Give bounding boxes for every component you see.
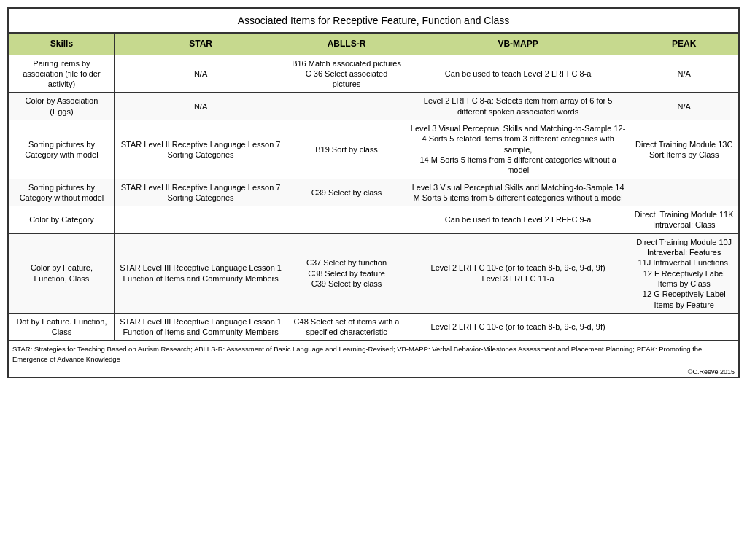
cell-skill: Color by Association (Eggs): [9, 93, 115, 120]
table-row: Color by Association (Eggs)N/ALevel 2 LR…: [9, 93, 738, 120]
cell-ablls: B19 Sort by class: [287, 120, 406, 179]
cell-star: STAR Level II Receptive Language Lesson …: [114, 120, 287, 179]
cell-vbmapp: Level 2 LRFFC 8-a: Selects item from arr…: [406, 93, 630, 120]
table-row: Color by Feature, Function, ClassSTAR Le…: [9, 233, 738, 313]
cell-vbmapp: Level 2 LRFFC 10-e (or to teach 8-b, 9-c…: [406, 313, 630, 341]
footnote: STAR: Strategies for Teaching Based on A…: [9, 341, 738, 367]
cell-skill: Dot by Feature. Function, Class: [9, 313, 115, 341]
col-header-ablls: ABLLS-R: [287, 34, 406, 55]
col-header-star: STAR: [114, 34, 287, 55]
cell-peak: Direct Training Module 10J Intraverbal: …: [630, 233, 738, 313]
table-row: Dot by Feature. Function, ClassSTAR Leve…: [9, 313, 738, 341]
cell-ablls: C39 Select by class: [287, 179, 406, 206]
cell-ablls: C37 Select by function C38 Select by fea…: [287, 233, 406, 313]
cell-peak: [630, 179, 738, 206]
cell-star: N/A: [114, 93, 287, 120]
cell-skill: Pairing items by association (file folde…: [9, 55, 115, 93]
cell-star: N/A: [114, 55, 287, 93]
cell-skill: Sorting pictures by Category with model: [9, 120, 115, 179]
cell-vbmapp: Level 3 Visual Perceptual Skills and Mat…: [406, 179, 630, 206]
cell-star: STAR Level III Receptive Language Lesson…: [114, 313, 287, 341]
cell-ablls: C48 Select set of items with a specified…: [287, 313, 406, 341]
page-title: Associated Items for Receptive Feature, …: [9, 9, 738, 34]
cell-ablls: [287, 206, 406, 234]
table-row: Color by CategoryCan be used to teach Le…: [9, 206, 738, 234]
header-row: Skills STAR ABLLS-R VB-MAPP PEAK: [9, 34, 738, 55]
cell-peak: Direct Training Module 13C Sort Items by…: [630, 120, 738, 179]
cell-peak: N/A: [630, 55, 738, 93]
cell-peak: Direct Training Module 11K Intraverbal: …: [630, 206, 738, 234]
cell-vbmapp: Can be used to teach Level 2 LRFFC 9-a: [406, 206, 630, 234]
cell-star: STAR Level II Receptive Language Lesson …: [114, 179, 287, 206]
col-header-vbmapp: VB-MAPP: [406, 34, 630, 55]
copyright: ©C.Reeve 2015: [9, 367, 738, 377]
table-row: Pairing items by association (file folde…: [9, 55, 738, 93]
cell-skill: Color by Feature, Function, Class: [9, 233, 115, 313]
main-table: Skills STAR ABLLS-R VB-MAPP PEAK Pairing…: [9, 34, 738, 341]
cell-vbmapp: Can be used to teach Level 2 LRFFC 8-a: [406, 55, 630, 93]
main-container: Associated Items for Receptive Feature, …: [7, 7, 740, 378]
cell-peak: N/A: [630, 93, 738, 120]
cell-skill: Sorting pictures by Category without mod…: [9, 179, 115, 206]
cell-peak: [630, 313, 738, 341]
cell-vbmapp: Level 2 LRFFC 10-e (or to teach 8-b, 9-c…: [406, 233, 630, 313]
cell-star: [114, 206, 287, 234]
table-row: Sorting pictures by Category with modelS…: [9, 120, 738, 179]
col-header-skills: Skills: [9, 34, 115, 55]
table-row: Sorting pictures by Category without mod…: [9, 179, 738, 206]
cell-skill: Color by Category: [9, 206, 115, 234]
cell-ablls: [287, 93, 406, 120]
cell-star: STAR Level III Receptive Language Lesson…: [114, 233, 287, 313]
col-header-peak: PEAK: [630, 34, 738, 55]
cell-ablls: B16 Match associated pictures C 36 Selec…: [287, 55, 406, 93]
cell-vbmapp: Level 3 Visual Perceptual Skills and Mat…: [406, 120, 630, 179]
